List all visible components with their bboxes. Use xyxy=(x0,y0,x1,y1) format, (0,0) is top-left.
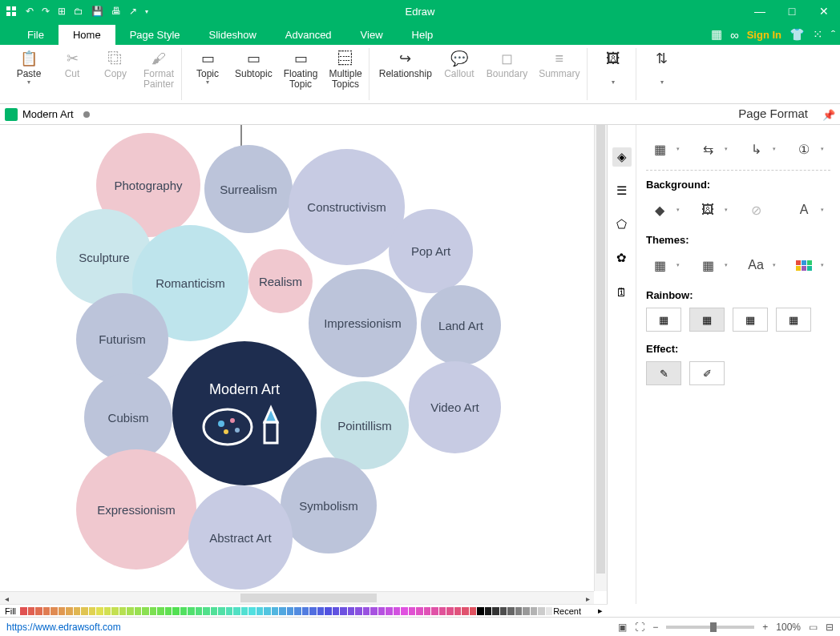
node-abstract[interactable]: Abstract Art xyxy=(188,485,293,590)
color-swatch[interactable] xyxy=(119,607,127,615)
fit-width-icon[interactable]: ⛶ xyxy=(635,622,644,633)
color-swatch[interactable] xyxy=(226,607,233,615)
color-swatch[interactable] xyxy=(439,607,446,615)
summary-button[interactable]: ≡Summary xyxy=(539,50,580,79)
color-swatch[interactable] xyxy=(59,607,66,615)
scroll-left-icon[interactable]: ◂ xyxy=(0,592,13,604)
tab-home[interactable]: Home xyxy=(59,25,115,45)
color-swatch[interactable] xyxy=(363,607,370,615)
panel-tab-task-icon[interactable]: 🗓 xyxy=(612,282,632,301)
rainbow-option-4[interactable]: ▦ xyxy=(776,308,811,332)
color-swatch[interactable] xyxy=(355,607,362,615)
color-swatch[interactable] xyxy=(157,607,164,615)
layout-number-button[interactable]: ①▾ xyxy=(790,138,818,160)
color-swatch[interactable] xyxy=(218,607,225,615)
color-swatch[interactable] xyxy=(477,607,484,615)
qat-undo[interactable]: ↶ xyxy=(26,6,34,17)
color-swatch[interactable] xyxy=(28,607,35,615)
zoom-in-button[interactable]: + xyxy=(762,622,768,633)
color-swatch[interactable] xyxy=(74,607,81,615)
status-url-link[interactable]: https://www.edrawsoft.com xyxy=(6,622,121,633)
color-swatch[interactable] xyxy=(35,607,42,615)
color-swatch[interactable] xyxy=(111,607,119,615)
color-swatch[interactable] xyxy=(431,607,438,615)
format-painter-button[interactable]: 🖌Format Painter xyxy=(143,50,175,90)
color-swatch[interactable] xyxy=(256,607,264,615)
node-popart[interactable]: Pop Art xyxy=(389,209,473,293)
qat-new[interactable]: ⊞ xyxy=(58,6,66,17)
color-swatch[interactable] xyxy=(500,607,507,615)
color-swatch[interactable] xyxy=(89,607,96,615)
canvas[interactable]: Modern Art Photography Surrealism Constr… xyxy=(0,125,608,604)
node-futurism[interactable]: Futurism xyxy=(76,293,168,385)
color-swatch[interactable] xyxy=(233,607,240,615)
color-swatch[interactable] xyxy=(165,607,172,615)
qr-icon[interactable]: ▦ xyxy=(711,27,722,42)
color-swatch[interactable] xyxy=(172,607,180,615)
color-swatch[interactable] xyxy=(135,607,142,615)
color-swatch[interactable] xyxy=(507,607,515,615)
bg-watermark-button[interactable]: A▾ xyxy=(790,199,818,221)
color-swatch[interactable] xyxy=(531,607,538,615)
color-swatch[interactable] xyxy=(188,607,195,615)
color-swatch[interactable] xyxy=(20,607,27,615)
tab-help[interactable]: Help xyxy=(398,25,448,45)
horizontal-scrollbar[interactable]: ◂ ▸ xyxy=(0,591,594,604)
color-swatch[interactable] xyxy=(454,607,462,615)
fullscreen-icon[interactable]: ⊟ xyxy=(826,622,834,633)
fit-page-icon[interactable]: ▣ xyxy=(618,622,627,633)
color-swatch[interactable] xyxy=(515,607,523,615)
node-impressionism[interactable]: Impressionism xyxy=(309,269,417,377)
panel-tab-outline-icon[interactable]: ☰ xyxy=(612,181,632,200)
multiple-topics-button[interactable]: ⿳Multiple Topics xyxy=(329,50,361,90)
color-swatch[interactable] xyxy=(492,607,499,615)
node-realism[interactable]: Realism xyxy=(248,249,313,313)
qat-open[interactable]: 🗀 xyxy=(74,6,83,17)
topic-button[interactable]: ▭Topic▾ xyxy=(192,50,224,90)
color-swatch[interactable] xyxy=(264,607,271,615)
color-swatch[interactable] xyxy=(104,607,111,615)
theme-palette-button[interactable]: ▾ xyxy=(790,254,818,276)
color-swatch[interactable] xyxy=(203,607,210,615)
color-swatch[interactable] xyxy=(325,607,332,615)
color-swatch[interactable] xyxy=(248,607,256,615)
layout-tree-button[interactable]: ⇆▾ xyxy=(694,138,721,160)
qat-dropdown-icon[interactable]: ▾ xyxy=(145,8,148,15)
ribbon-picture-button[interactable]: 🖼 ▾ xyxy=(597,50,629,86)
tab-view[interactable]: View xyxy=(346,25,398,45)
color-swatch[interactable] xyxy=(340,607,347,615)
panel-tab-style-icon[interactable]: ⬠ xyxy=(612,215,632,234)
node-constructivism[interactable]: Constructivism xyxy=(289,149,405,265)
color-swatch[interactable] xyxy=(142,607,149,615)
tab-page-style[interactable]: Page Style xyxy=(115,25,195,45)
bg-fill-button[interactable]: ◆▾ xyxy=(646,199,673,221)
paste-button[interactable]: 📋Paste▾ xyxy=(13,50,45,90)
color-swatch[interactable] xyxy=(333,607,340,615)
boundary-button[interactable]: ◻Boundary xyxy=(487,50,527,79)
color-swatch[interactable] xyxy=(370,607,378,615)
rainbow-option-1[interactable]: ▦ xyxy=(646,308,681,332)
color-swatch[interactable] xyxy=(462,607,469,615)
floating-topic-button[interactable]: ▭Floating Topic xyxy=(284,50,318,90)
cut-button[interactable]: ✂Cut xyxy=(56,50,88,90)
color-swatch[interactable] xyxy=(485,607,492,615)
zoom-level[interactable]: 100% xyxy=(776,622,801,633)
color-swatch[interactable] xyxy=(127,607,134,615)
color-swatch[interactable] xyxy=(241,607,248,615)
bg-image-button[interactable]: 🖼▾ xyxy=(694,199,721,221)
color-swatch[interactable] xyxy=(394,607,401,615)
qat-export[interactable]: ↗ xyxy=(129,6,137,17)
node-center[interactable]: Modern Art xyxy=(172,341,317,485)
color-swatch[interactable] xyxy=(416,607,423,615)
layout-shapes-button[interactable]: ▦▾ xyxy=(646,138,673,160)
color-swatch[interactable] xyxy=(302,607,309,615)
rainbow-option-2[interactable]: ▦ xyxy=(689,308,725,332)
node-videoart[interactable]: Video Art xyxy=(409,361,501,453)
document-tab[interactable]: Modern Art xyxy=(22,108,74,120)
color-swatch[interactable] xyxy=(348,607,355,615)
sign-in-button[interactable]: Sign In xyxy=(747,29,781,41)
tab-slideshow[interactable]: Slideshow xyxy=(195,25,271,45)
color-swatch[interactable] xyxy=(538,607,545,615)
copy-button[interactable]: ⿻Copy xyxy=(99,50,131,90)
node-expressionism[interactable]: Expressionism xyxy=(76,449,196,570)
